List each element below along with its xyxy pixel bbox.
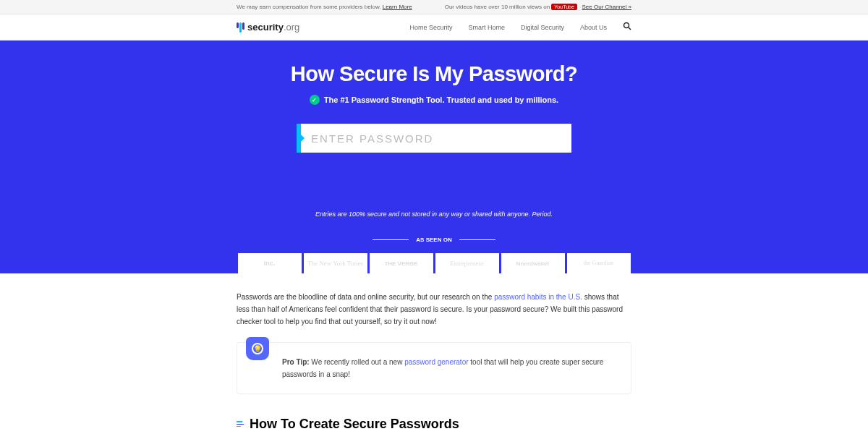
as-seen-on-label: AS SEEN ON bbox=[416, 237, 451, 243]
content-area: Passwords are the bloodline of data and … bbox=[237, 273, 631, 434]
subtitle-text: The #1 Password Strength Tool. Trusted a… bbox=[324, 95, 558, 104]
svg-line-1 bbox=[629, 27, 631, 30]
compensation-notice: We may earn compensation from some provi… bbox=[237, 4, 412, 10]
password-input-wrap[interactable] bbox=[297, 124, 571, 153]
section-bars-icon bbox=[237, 421, 244, 427]
intro-paragraph: Passwords are the bloodline of data and … bbox=[237, 291, 631, 328]
nav-home-security[interactable]: Home Security bbox=[409, 24, 452, 31]
svg-point-0 bbox=[624, 23, 629, 28]
pro-tip-box: 💡 Pro Tip: We recently rolled out a new … bbox=[237, 342, 631, 394]
press-verge: THE VERGE bbox=[370, 253, 433, 273]
main-nav: Home Security Smart Home Digital Securit… bbox=[409, 22, 631, 33]
logo[interactable]: security.org bbox=[237, 22, 299, 33]
password-generator-link[interactable]: password generator bbox=[404, 358, 468, 366]
youtube-badge[interactable]: YouTube bbox=[551, 4, 577, 10]
press-logos: Inc. The New York Times THE VERGE Entrep… bbox=[0, 253, 868, 273]
search-icon[interactable] bbox=[623, 22, 631, 33]
main-header: security.org Home Security Smart Home Di… bbox=[0, 14, 868, 41]
press-inc: Inc. bbox=[238, 253, 302, 273]
as-seen-on-row: AS SEEN ON bbox=[0, 237, 868, 243]
press-nerdwallet: N nerdwallet bbox=[501, 253, 565, 273]
press-entrepreneur: Entrepreneur bbox=[435, 253, 499, 273]
youtube-notice: Our videos have over 10 million views on… bbox=[445, 4, 631, 10]
section-heading: How To Create Secure Passwords bbox=[250, 413, 459, 434]
check-icon: ✓ bbox=[310, 95, 320, 105]
lightbulb-icon: 💡 bbox=[246, 337, 269, 360]
section-heading-row: How To Create Secure Passwords bbox=[237, 413, 631, 434]
password-habits-link[interactable]: password habits in the U.S. bbox=[494, 293, 582, 301]
nav-digital-security[interactable]: Digital Security bbox=[521, 24, 564, 31]
learn-more-link[interactable]: Learn More bbox=[383, 4, 412, 10]
nav-smart-home[interactable]: Smart Home bbox=[468, 24, 505, 31]
press-guardian: the Guardian bbox=[567, 253, 631, 273]
see-channel-link[interactable]: See Our Channel » bbox=[582, 4, 632, 10]
security-note: Entries are 100% secure and not stored i… bbox=[0, 210, 868, 218]
pro-tip-label: Pro Tip: bbox=[282, 358, 310, 366]
page-title: How Secure Is My Password? bbox=[0, 62, 868, 86]
password-input[interactable] bbox=[311, 132, 561, 145]
top-bar: We may earn compensation from some provi… bbox=[0, 0, 868, 14]
press-nyt: The New York Times bbox=[304, 253, 367, 273]
hero-section: How Secure Is My Password? ✓ The #1 Pass… bbox=[0, 41, 868, 273]
nav-about-us[interactable]: About Us bbox=[580, 24, 607, 31]
subtitle-row: ✓ The #1 Password Strength Tool. Trusted… bbox=[0, 95, 868, 105]
logo-bars-icon bbox=[237, 22, 244, 33]
